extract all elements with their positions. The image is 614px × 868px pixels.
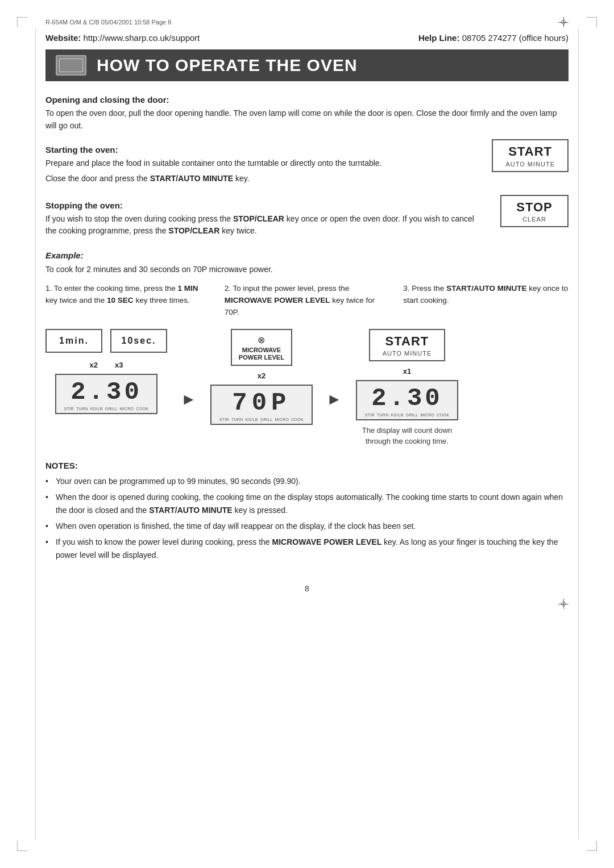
helpline-number: 08705 274277 — [462, 33, 517, 43]
mult-x2-col2: x2 — [258, 372, 265, 380]
corner-mark-tr — [587, 17, 597, 27]
10sec-label: 10sec. — [122, 336, 156, 346]
crosshair-top — [558, 17, 569, 27]
website-section: Website: http://www.sharp.co.uk/support — [45, 33, 200, 43]
diag-col-3: START AUTO MINUTE x1 2.30 STIR TURN KG/L… — [356, 329, 458, 447]
starting-section: Starting the oven: Prepare and place the… — [45, 135, 569, 187]
step3-bold1: START/AUTO MINUTE — [446, 284, 526, 293]
1min-key: 1min. — [45, 329, 102, 353]
step2-bold1: MICROWAVE POWER LEVEL — [225, 296, 330, 304]
steps-row: 1. To enter the cooking time, press the … — [45, 283, 569, 319]
diag-note-2: through the cooking time. — [362, 436, 452, 447]
example-heading: Example: — [45, 251, 569, 260]
mult-x1: x1 — [403, 367, 411, 375]
1min-label: 1min. — [59, 336, 89, 346]
stopping-text: If you wish to stop the oven during cook… — [45, 213, 483, 237]
mw-power-widget: ⊗ MICROWAVE POWER LEVEL — [231, 329, 292, 366]
website-url: http://www.sharp.co.uk/support — [83, 33, 200, 43]
stopping-text1-pre: If you wish to stop the oven during cook… — [45, 214, 231, 223]
opening-heading: Opening and closing the door: — [45, 95, 569, 105]
contact-bar: Website: http://www.sharp.co.uk/support … — [45, 33, 569, 43]
step-3: 3. Press the START/AUTO MINUTE key once … — [403, 283, 569, 319]
helpline-label: Help Line: — [418, 33, 460, 43]
lcd3-indicators: STIR TURN KG/LB GRILL MICRO COOK — [365, 413, 449, 417]
mw-label2: POWER LEVEL — [239, 354, 284, 361]
lcd2-digits: 70P — [232, 390, 291, 415]
start-btn-diag-main: START — [383, 335, 432, 348]
10sec-key: 10sec. — [110, 329, 167, 353]
mult-row-1: x2 x3 — [90, 358, 123, 369]
diag-col-2: ⊗ MICROWAVE POWER LEVEL x2 70P STIR TURN… — [210, 329, 313, 425]
lcd2-indicators: STIR TURN KG/LB GRILL MICRO COOK — [219, 418, 304, 422]
notes-list: Your oven can be programmed up to 99 min… — [45, 475, 569, 561]
step-2-num: 2. To input the power level, press the M… — [225, 283, 390, 319]
oven-icon — [56, 55, 86, 76]
stopping-bold1: STOP/CLEAR — [233, 214, 284, 223]
arrow-2: ► — [326, 391, 342, 407]
notes-heading: NOTES: — [45, 461, 569, 470]
step-3-num: 3. Press the START/AUTO MINUTE key once … — [403, 283, 569, 307]
diag-lcd-3: 2.30 STIR TURN KG/LB GRILL MICRO COOK — [356, 380, 458, 420]
left-border-line — [35, 28, 36, 840]
starting-text2-bold: START/AUTO MINUTE — [150, 174, 233, 183]
diag-lcd-2: 70P STIR TURN KG/LB GRILL MICRO COOK — [210, 385, 313, 425]
start-btn-sub: AUTO MINUTE — [505, 161, 555, 168]
diag-note: The display will count down through the … — [362, 425, 452, 447]
stopping-bold2: STOP/CLEAR — [168, 226, 219, 235]
meta-line: R-654M O/M & C/B 05/04/2001 10:58 Page 8 — [45, 17, 569, 27]
diagram-section: 1min. 10sec. x2 x3 2.30 STIR TURN KG/LB … — [45, 329, 569, 447]
diag-col-1: 1min. 10sec. x2 x3 2.30 STIR TURN KG/LB … — [45, 329, 167, 414]
page-number: 8 — [45, 584, 569, 593]
note-3: When oven operation is finished, the tim… — [45, 520, 569, 532]
crosshair-bottom — [45, 599, 569, 609]
step1-bold2: 10 SEC — [107, 296, 134, 304]
start-btn-main: START — [505, 145, 555, 158]
step-1: 1. To enter the cooking time, press the … — [45, 283, 211, 319]
helpline-note: (office hours) — [519, 33, 569, 43]
note4-bold: MICROWAVE POWER LEVEL — [272, 537, 382, 546]
starting-text2: Close the door and press the START/AUTO … — [45, 173, 475, 185]
stopping-text-col: Stopping the oven: If you wish to stop t… — [45, 190, 500, 240]
diag-note-1: The display will count down — [362, 425, 452, 436]
mult-x3: x3 — [115, 361, 123, 369]
lcd3-digits: 2.30 — [371, 386, 443, 411]
start-btn-diag-sub: AUTO MINUTE — [383, 350, 432, 357]
doc-ref: R-654M O/M & C/B 05/04/2001 10:58 Page 8 — [45, 19, 171, 26]
stopping-text2-end: key twice. — [222, 226, 256, 235]
stopping-section: Stopping the oven: If you wish to stop t… — [45, 190, 569, 240]
starting-text-col: Starting the oven: Prepare and place the… — [45, 135, 492, 187]
stop-btn-sub: CLEAR — [514, 216, 555, 223]
step-2: 2. To input the power level, press the M… — [225, 283, 390, 319]
start-btn-diag: START AUTO MINUTE — [369, 329, 446, 361]
stop-button-widget: STOP CLEAR — [500, 195, 569, 227]
right-border-line — [578, 28, 579, 840]
diag-lcd-1: 2.30 STIR TURN KG/LB GRILL MICRO COOK — [55, 374, 157, 414]
note-1-text: Your oven can be programmed up to 99 min… — [56, 477, 301, 486]
step-1-num: 1. To enter the cooking time, press the … — [45, 283, 211, 307]
step1-bold1: 1 MIN — [177, 284, 198, 293]
lcd1-digits: 2.30 — [70, 379, 142, 404]
mw-icon: ⊗ — [239, 335, 284, 345]
start-button-widget: START AUTO MINUTE — [492, 139, 569, 172]
page-title: HOW TO OPERATE THE OVEN — [97, 56, 358, 75]
helpline-section: Help Line: 08705 274277 (office hours) — [418, 33, 569, 43]
corner-mark-bl — [17, 841, 27, 851]
starting-text1: Prepare and place the food in suitable c… — [45, 157, 475, 170]
starting-heading: Starting the oven: — [45, 145, 475, 155]
note-1: Your oven can be programmed up to 99 min… — [45, 475, 569, 487]
note2-bold: START/AUTO MINUTE — [149, 506, 232, 515]
note-2: When the door is opened during cooking, … — [45, 491, 569, 516]
corner-mark-br — [587, 841, 597, 851]
note-3-text: When oven operation is finished, the tim… — [56, 521, 416, 531]
opening-text: To open the oven door, pull the door ope… — [45, 107, 569, 132]
crosshair-bottom-icon — [558, 599, 569, 609]
arrow-1: ► — [181, 391, 197, 407]
stopping-heading: Stopping the oven: — [45, 201, 483, 210]
mult-x2: x2 — [90, 361, 98, 369]
key-press-row-1: 1min. 10sec. — [45, 329, 167, 353]
note-4: If you wish to know the power level duri… — [45, 536, 569, 561]
example-intro: To cook for 2 minutes and 30 seconds on … — [45, 264, 569, 276]
corner-mark-tl — [17, 17, 27, 27]
stop-btn-main: STOP — [514, 201, 555, 214]
website-label: Website: — [45, 33, 81, 43]
